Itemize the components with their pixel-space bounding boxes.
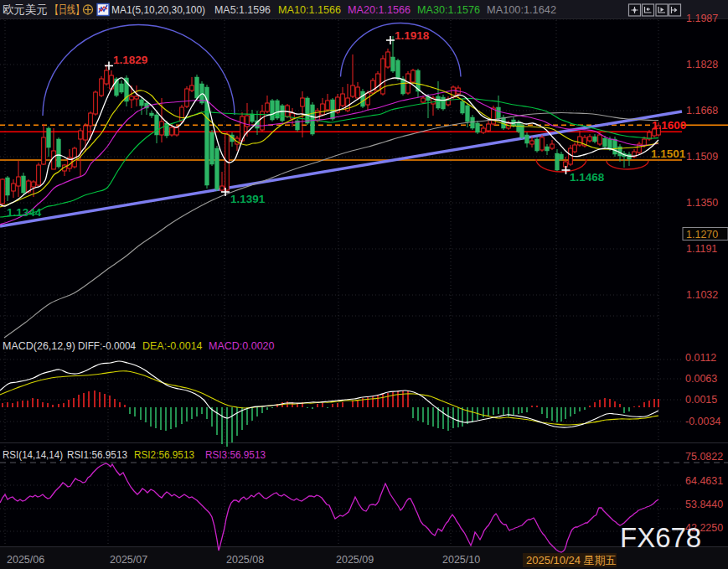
svg-text:1.1918: 1.1918 bbox=[395, 29, 430, 42]
svg-text:1.1468: 1.1468 bbox=[570, 171, 605, 184]
svg-text:2025/09: 2025/09 bbox=[336, 554, 374, 566]
svg-text:-0.0034: -0.0034 bbox=[685, 416, 720, 427]
svg-text:【日线】: 【日线】 bbox=[50, 3, 84, 16]
svg-text:1.1668: 1.1668 bbox=[686, 105, 718, 116]
svg-text:64.4631: 64.4631 bbox=[685, 475, 723, 487]
svg-text:1.1828: 1.1828 bbox=[686, 59, 718, 70]
svg-text:2025/07: 2025/07 bbox=[110, 554, 147, 566]
svg-text:1.1501: 1.1501 bbox=[651, 147, 686, 160]
svg-text:MACD:0.0020: MACD:0.0020 bbox=[209, 340, 275, 352]
svg-text:0.0063: 0.0063 bbox=[685, 373, 717, 385]
svg-text:FX678: FX678 bbox=[620, 522, 701, 553]
svg-text:2025/08: 2025/08 bbox=[226, 554, 264, 566]
svg-text:MA10:1.1566: MA10:1.1566 bbox=[278, 3, 341, 16]
svg-text:MACD(26,12,9): MACD(26,12,9) bbox=[3, 340, 75, 352]
svg-text:RSI3:56.9513: RSI3:56.9513 bbox=[205, 449, 266, 461]
svg-text:MA1(5,10,20,30,100): MA1(5,10,20,30,100) bbox=[111, 3, 205, 16]
svg-text:1.1600: 1.1600 bbox=[652, 119, 686, 132]
svg-text:1.1344: 1.1344 bbox=[7, 206, 42, 219]
svg-text:53.8440: 53.8440 bbox=[685, 499, 723, 510]
svg-text:0.0015: 0.0015 bbox=[685, 394, 717, 406]
svg-text:2025/10/24 星期五: 2025/10/24 星期五 bbox=[526, 554, 617, 566]
svg-text:1.1987: 1.1987 bbox=[686, 13, 718, 24]
svg-text:DEA:-0.0014: DEA:-0.0014 bbox=[142, 340, 203, 352]
svg-text:2025/06: 2025/06 bbox=[7, 554, 44, 566]
svg-text:MA20:1.1566: MA20:1.1566 bbox=[348, 3, 410, 16]
svg-text:1.1270: 1.1270 bbox=[686, 229, 718, 241]
svg-text:1.1191: 1.1191 bbox=[686, 243, 717, 255]
svg-text:MA100:1.1642: MA100:1.1642 bbox=[487, 3, 556, 16]
svg-text:2025/10: 2025/10 bbox=[442, 554, 480, 566]
svg-text:欧元美元: 欧元美元 bbox=[3, 3, 48, 16]
svg-text:MA5:1.1596: MA5:1.1596 bbox=[214, 3, 271, 16]
svg-text:RSI(14,14,14): RSI(14,14,14) bbox=[3, 449, 63, 461]
svg-text:DIFF:-0.0004: DIFF:-0.0004 bbox=[78, 340, 136, 352]
svg-text:1.1350: 1.1350 bbox=[686, 197, 718, 209]
svg-text:75.0822: 75.0822 bbox=[685, 451, 723, 463]
svg-text:1.1509: 1.1509 bbox=[686, 151, 718, 163]
svg-text:1.1391: 1.1391 bbox=[230, 193, 266, 205]
svg-text:MA30:1.1576: MA30:1.1576 bbox=[417, 3, 480, 16]
svg-text:RSI2:56.9513: RSI2:56.9513 bbox=[134, 449, 194, 461]
svg-text:1.1032: 1.1032 bbox=[686, 289, 718, 301]
svg-text:0.0112: 0.0112 bbox=[685, 352, 716, 364]
svg-text:1.1829: 1.1829 bbox=[113, 54, 147, 66]
svg-text:RSI1:56.9513: RSI1:56.9513 bbox=[67, 449, 127, 461]
